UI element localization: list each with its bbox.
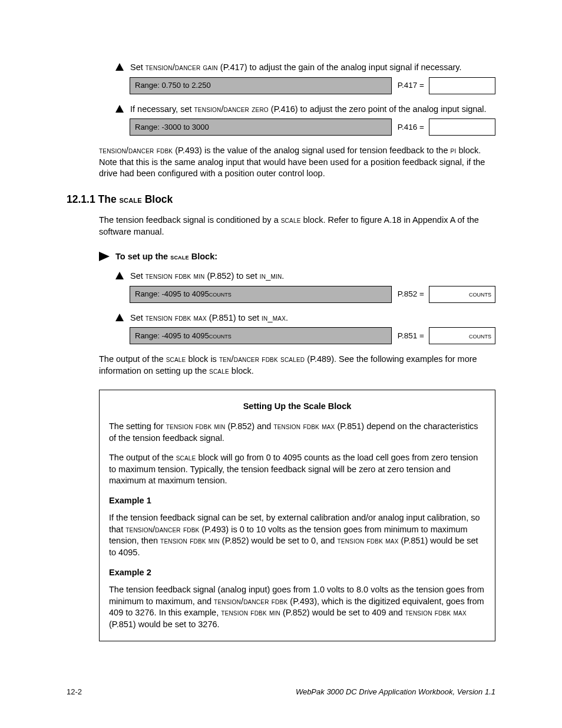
step-text: Set tension fdbk min (P.852) to set in_m… bbox=[130, 271, 495, 282]
triangle-up-icon bbox=[115, 314, 124, 321]
value-box[interactable] bbox=[429, 118, 495, 136]
step-item: Set tension fdbk max (P.851) to set in_m… bbox=[115, 312, 495, 324]
range-box: Range: -3000 to 3000 bbox=[130, 118, 392, 136]
procedure-heading: To set up the scale Block: bbox=[99, 251, 495, 263]
body-paragraph: tension/dancer fdbk (P.493) is the value… bbox=[99, 145, 495, 180]
param-bar: Range: -4095 to 4095 counts P.852 = coun… bbox=[130, 286, 495, 303]
step-item: Set tension fdbk min (P.852) to set in_m… bbox=[115, 271, 495, 282]
svg-marker-3 bbox=[115, 272, 124, 279]
param-label: P.851 = bbox=[392, 327, 429, 344]
range-box: Range: -4095 to 4095 counts bbox=[130, 286, 392, 303]
param-label: P.852 = bbox=[392, 286, 429, 303]
box-paragraph: If the tension feedback signal can be se… bbox=[109, 512, 485, 558]
value-box[interactable]: counts bbox=[429, 327, 495, 344]
page-footer: 12-2 WebPak 3000 DC Drive Application Wo… bbox=[67, 687, 495, 697]
document-title: WebPak 3000 DC Drive Application Workboo… bbox=[296, 687, 495, 697]
box-paragraph: The setting for tension fdbk min (P.852)… bbox=[109, 421, 485, 444]
step-text: Set tension/dancer gain (P.417) to adjus… bbox=[130, 62, 495, 74]
range-box: Range: 0.750 to 2.250 bbox=[130, 77, 392, 94]
value-box[interactable] bbox=[429, 77, 495, 94]
step-item: If necessary, set tension/dancer zero (P… bbox=[115, 104, 495, 116]
step-text: If necessary, set tension/dancer zero (P… bbox=[130, 104, 495, 116]
triangle-up-icon bbox=[115, 105, 124, 113]
triangle-up-icon bbox=[115, 63, 124, 71]
param-label: P.416 = bbox=[392, 118, 429, 136]
step-item: Set tension/dancer gain (P.417) to adjus… bbox=[115, 62, 495, 74]
page-number: 12-2 bbox=[67, 687, 82, 697]
box-title: Setting Up the Scale Block bbox=[109, 401, 485, 413]
triangle-right-icon bbox=[99, 252, 110, 261]
param-bar: Range: -3000 to 3000 P.416 = bbox=[130, 118, 495, 136]
value-box[interactable]: counts bbox=[429, 286, 495, 303]
section-heading: 12.1.1 The scale Block bbox=[67, 193, 495, 207]
param-bar: Range: -4095 to 4095 counts P.851 = coun… bbox=[130, 327, 495, 344]
example-box: Setting Up the Scale Block The setting f… bbox=[99, 390, 495, 641]
step-text: Set tension fdbk max (P.851) to set in_m… bbox=[130, 312, 495, 324]
example-heading: Example 2 bbox=[109, 567, 485, 579]
range-box: Range: -4095 to 4095 counts bbox=[130, 327, 392, 344]
param-bar: Range: 0.750 to 2.250 P.417 = bbox=[130, 77, 495, 94]
svg-marker-2 bbox=[99, 252, 110, 261]
body-paragraph: The tension feedback signal is condition… bbox=[99, 215, 495, 238]
svg-marker-4 bbox=[115, 314, 124, 321]
svg-marker-1 bbox=[115, 105, 124, 113]
example-heading: Example 1 bbox=[109, 495, 485, 507]
triangle-up-icon bbox=[115, 272, 124, 279]
svg-marker-0 bbox=[115, 63, 124, 71]
box-paragraph: The tension feedback signal (analog inpu… bbox=[109, 584, 485, 630]
body-paragraph: The output of the scale block is ten/dan… bbox=[99, 354, 495, 377]
param-label: P.417 = bbox=[392, 77, 429, 94]
box-paragraph: The output of the scale block will go fr… bbox=[109, 452, 485, 487]
